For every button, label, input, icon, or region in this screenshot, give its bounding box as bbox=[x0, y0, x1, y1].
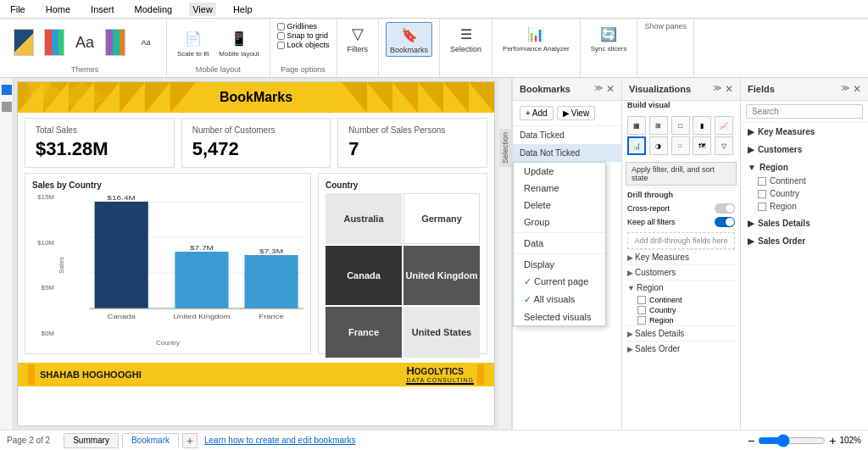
svg-text:United Kingdom: United Kingdom bbox=[173, 313, 230, 320]
treemap-uk: United Kingdom bbox=[403, 246, 480, 305]
left-sidebar-icon-1[interactable] bbox=[2, 85, 12, 95]
viz-icon-matrix[interactable]: ⊞ bbox=[649, 116, 668, 135]
fields-close-btn[interactable]: ✕ bbox=[853, 83, 861, 95]
performance-btn[interactable]: 📊 Performance Analyzer bbox=[499, 22, 573, 54]
lock-checkbox[interactable] bbox=[277, 42, 285, 49]
menu-view[interactable]: View bbox=[189, 3, 216, 16]
context-group[interactable]: Group bbox=[514, 214, 605, 231]
viz-icon-bar[interactable]: ▮ bbox=[693, 116, 711, 135]
field-country[interactable]: Country bbox=[741, 187, 868, 200]
viz-icon-map[interactable]: 🗺 bbox=[693, 136, 711, 155]
viz-key-measures[interactable]: ▶ Key Measures bbox=[627, 249, 735, 264]
report-canvas: BookMarks Total Sales $31.28M Number bbox=[17, 81, 495, 426]
kpi-customers-value: 5,472 bbox=[192, 138, 320, 160]
bookmark-view-btn[interactable]: ▶ View bbox=[557, 106, 596, 120]
mobile-layout-btn[interactable]: 📱 Mobile layout bbox=[215, 27, 262, 59]
page-view-btn[interactable]: 📄 Scale to fit bbox=[174, 27, 212, 59]
context-delete[interactable]: Delete bbox=[514, 197, 605, 214]
viz-icon-pie[interactable]: ◑ bbox=[649, 136, 668, 155]
theme-btn-2[interactable] bbox=[41, 31, 68, 55]
field-country-checkbox[interactable] bbox=[758, 190, 766, 198]
treemap-container[interactable]: Country Australia Germany Canada United … bbox=[318, 173, 487, 354]
cross-report-toggle[interactable] bbox=[715, 203, 735, 214]
field-continent[interactable]: Continent bbox=[741, 175, 868, 187]
context-all-visuals[interactable]: ✓ All visuals bbox=[514, 291, 605, 308]
mobile-label: Mobile layout bbox=[196, 65, 241, 74]
viz-sales-details[interactable]: ▶ Sales Details bbox=[627, 325, 735, 341]
gridlines-checkbox[interactable] bbox=[277, 23, 285, 31]
snap-checkbox[interactable] bbox=[277, 32, 285, 40]
field-group-region-header[interactable]: ▼ Region bbox=[741, 160, 868, 175]
field-group-customers: ▶ Customers bbox=[741, 141, 868, 158]
context-data[interactable]: Data bbox=[514, 235, 605, 252]
bar-chart-container[interactable]: Sales by Country $15M $10M $5M $0M Sales bbox=[25, 173, 311, 354]
learn-link[interactable]: Learn how to create and edit bookmarks bbox=[204, 436, 355, 445]
context-display[interactable]: Display bbox=[514, 256, 605, 273]
bookmark-item-data-ticked[interactable]: Data Ticked bbox=[513, 126, 621, 144]
context-current-page[interactable]: ✓ Current page bbox=[514, 273, 605, 291]
svg-text:France: France bbox=[259, 313, 284, 320]
theme-btn-4[interactable] bbox=[102, 31, 129, 55]
menu-file[interactable]: File bbox=[7, 3, 29, 16]
zoom-out-btn[interactable]: − bbox=[748, 434, 754, 447]
filters-btn[interactable]: ▽ Filters bbox=[344, 22, 372, 55]
bar-chart-x-label: Country bbox=[32, 339, 303, 347]
viz-expand-icon[interactable]: ≫ bbox=[713, 83, 721, 95]
continent-checkbox[interactable] bbox=[637, 296, 646, 304]
menu-home[interactable]: Home bbox=[42, 3, 74, 16]
footer-name: SHAHAB HOGHOOGHI bbox=[40, 369, 142, 380]
sync-btn[interactable]: 🔄 Sync slicers bbox=[587, 22, 631, 54]
ribbon-sync-group: 🔄 Sync slicers bbox=[581, 19, 638, 77]
tab-summary[interactable]: Summary bbox=[64, 433, 119, 448]
selection-btn[interactable]: ☰ Selection bbox=[447, 22, 485, 55]
viz-icon-funnel[interactable]: ▽ bbox=[715, 136, 733, 155]
zoom-slider[interactable] bbox=[758, 434, 826, 447]
context-selected-visuals[interactable]: Selected visuals bbox=[514, 308, 605, 325]
tab-bookmark[interactable]: Bookmark bbox=[122, 433, 179, 448]
zoom-in-btn[interactable]: + bbox=[829, 434, 836, 447]
field-group-customers-header[interactable]: ▶ Customers bbox=[741, 142, 868, 157]
left-sidebar-icon-2[interactable] bbox=[2, 102, 12, 112]
field-group-sales-details-header[interactable]: ▶ Sales Details bbox=[741, 216, 868, 231]
menu-help[interactable]: Help bbox=[230, 3, 256, 16]
field-region-checkbox[interactable] bbox=[758, 203, 766, 211]
viz-icon-line[interactable]: 📈 bbox=[715, 116, 733, 135]
fields-expand-icon[interactable]: ≫ bbox=[841, 83, 849, 95]
add-tab-btn[interactable]: + bbox=[182, 433, 198, 448]
bookmarks-expand-icon[interactable]: ≫ bbox=[594, 83, 603, 95]
keep-filters-toggle[interactable] bbox=[715, 217, 735, 227]
menu-bar: File Home Insert Modeling View Help bbox=[0, 0, 868, 19]
viz-close-btn[interactable]: ✕ bbox=[725, 83, 733, 95]
viz-customers[interactable]: ▶ Customers bbox=[627, 264, 735, 280]
field-region[interactable]: Region bbox=[741, 200, 868, 213]
keep-filters-label: Keep all filters bbox=[627, 218, 676, 226]
viz-sales-order[interactable]: ▶ Sales Order bbox=[627, 341, 735, 356]
fields-search-input[interactable] bbox=[746, 104, 863, 119]
fields-search bbox=[741, 101, 868, 123]
context-rename[interactable]: Rename bbox=[514, 180, 605, 197]
viz-icon-column[interactable]: 📊 bbox=[627, 136, 646, 155]
theme-btn-1[interactable] bbox=[10, 31, 37, 55]
menu-modeling[interactable]: Modeling bbox=[131, 3, 176, 16]
viz-icon-table[interactable]: ▦ bbox=[627, 116, 646, 135]
zoom-controls: − + 102% bbox=[748, 434, 861, 447]
menu-insert[interactable]: Insert bbox=[87, 3, 118, 16]
context-update[interactable]: Update bbox=[514, 163, 605, 180]
status-bar: Page 2 of 2 Summary Bookmark + Learn how… bbox=[0, 430, 868, 450]
field-continent-checkbox[interactable] bbox=[758, 177, 766, 186]
svg-rect-24 bbox=[245, 255, 298, 308]
viz-icon-card[interactable]: □ bbox=[671, 116, 690, 135]
viz-icon-scatter[interactable]: ⁙ bbox=[671, 136, 690, 155]
viz-region[interactable]: ▼ Region bbox=[627, 280, 735, 295]
field-group-key-measures-header[interactable]: ▶ Key Measures bbox=[741, 125, 868, 139]
bookmark-add-btn[interactable]: + Add bbox=[520, 106, 554, 120]
region-checkbox[interactable] bbox=[637, 316, 646, 325]
bookmark-toolbar: + Add ▶ View bbox=[513, 101, 621, 126]
bookmarks-btn[interactable]: 🔖 Bookmarks bbox=[386, 22, 432, 57]
theme-btn-5[interactable]: Aa bbox=[132, 31, 159, 55]
bookmark-item-data-not-ticked[interactable]: Data Not Ticked bbox=[513, 144, 621, 162]
theme-btn-3[interactable]: Aa bbox=[71, 31, 98, 55]
bookmarks-close-btn[interactable]: ✕ bbox=[606, 83, 615, 95]
field-group-sales-order-header[interactable]: ▶ Sales Order bbox=[741, 234, 868, 248]
country-checkbox[interactable] bbox=[637, 306, 646, 314]
